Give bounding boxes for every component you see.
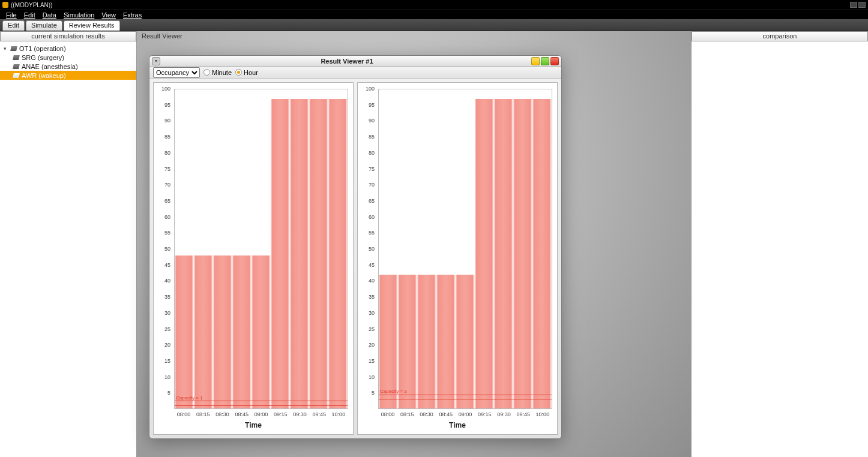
y-tick: 85	[369, 134, 375, 140]
bar	[213, 255, 232, 408]
menu-edit[interactable]: Edit	[22, 11, 38, 19]
menu-view[interactable]: View	[99, 11, 118, 19]
y-tick: 55	[369, 230, 375, 236]
x-tick: 08:00	[177, 411, 191, 417]
y-tick: 60	[164, 214, 170, 220]
app-icon	[2, 2, 8, 8]
charts-container: 5101520253035404550556065707580859095100…	[149, 79, 561, 438]
y-tick: 40	[369, 278, 375, 284]
y-tick: 25	[164, 326, 170, 332]
y-tick: 15	[369, 358, 375, 364]
y-tick: 95	[369, 102, 375, 108]
x-tick: 09:45	[516, 411, 530, 417]
result-viewer-title: Result Viewer #1	[164, 58, 530, 65]
result-viewer-titlebar[interactable]: ▾ Result Viewer #1	[149, 56, 561, 67]
maximize-button[interactable]	[858, 2, 866, 8]
y-tick: 100	[366, 86, 375, 92]
bar	[456, 275, 475, 408]
x-tick: 08:30	[215, 411, 229, 417]
y-tick: 40	[164, 278, 170, 284]
inner-maximize-button[interactable]	[541, 57, 549, 65]
y-tick: 30	[369, 310, 375, 316]
inner-close-button[interactable]	[550, 57, 559, 65]
y-tick: 65	[164, 198, 170, 204]
x-tick: 08:00	[381, 411, 395, 417]
y-tick: 50	[164, 246, 170, 252]
tab-review-results[interactable]: Review Results	[64, 20, 120, 31]
x-tick: 08:15	[196, 411, 210, 417]
bar	[194, 255, 213, 408]
left-panel: current simulation results ▾ OT1 (operat…	[0, 31, 137, 457]
radio-hour-label: Hour	[244, 69, 258, 76]
window-titlebar: ((MODYPLAN))	[0, 0, 868, 10]
result-viewer-window[interactable]: ▾ Result Viewer #1 Occupancy Minute Hour	[149, 55, 562, 439]
x-tick: 08:15	[400, 411, 414, 417]
menu-file[interactable]: File	[4, 11, 19, 19]
y-tick: 90	[164, 118, 170, 124]
menu-data[interactable]: Data	[40, 11, 59, 19]
x-tick: 08:45	[439, 411, 453, 417]
bar	[417, 275, 436, 408]
chart-left: 5101520253035404550556065707580859095100…	[153, 82, 354, 435]
left-panel-header: current simulation results	[0, 31, 136, 41]
y-tick: 90	[369, 118, 375, 124]
radio-minute[interactable]: Minute	[203, 69, 232, 76]
y-tick: 70	[369, 182, 375, 188]
tree-item-awr[interactable]: AWR (wakeup)	[0, 71, 136, 80]
tree-root[interactable]: ▾ OT1 (operation)	[0, 44, 136, 53]
tab-simulate[interactable]: Simulate	[26, 20, 62, 31]
y-tick: 15	[164, 358, 170, 364]
x-tick: 10:00	[332, 411, 346, 417]
layer-icon	[10, 46, 17, 51]
menu-extras[interactable]: Extras	[121, 11, 144, 19]
tree-item-srg[interactable]: SRG (surgery)	[0, 53, 136, 62]
y-tick: 45	[369, 262, 375, 268]
y-tick: 100	[161, 86, 170, 92]
center-panel: Result Viewer ▾ Result Viewer #1 Occupan…	[137, 31, 692, 457]
x-tick: 08:45	[235, 411, 249, 417]
radio-hour[interactable]: Hour	[235, 69, 258, 76]
capacity-label: Capacity = 3	[380, 389, 407, 394]
y-tick: 5	[167, 390, 170, 396]
y-tick: 10	[164, 374, 170, 380]
y-tick: 70	[164, 182, 170, 188]
tree-expand-icon[interactable]: ▾	[4, 46, 8, 52]
y-tick: 25	[369, 326, 375, 332]
layer-icon	[13, 55, 20, 60]
x-axis-label: Time	[154, 421, 353, 429]
results-tree[interactable]: ▾ OT1 (operation) SRG (surgery) ANAE (an…	[0, 41, 136, 80]
minimize-button[interactable]	[850, 2, 857, 8]
tree-item-label: AWR (wakeup)	[22, 72, 66, 79]
x-tick: 09:15	[478, 411, 492, 417]
y-tick: 75	[369, 166, 375, 172]
capacity-line	[379, 399, 552, 399]
bar	[252, 255, 271, 408]
metric-select[interactable]: Occupancy	[153, 67, 200, 78]
x-tick: 09:00	[255, 411, 268, 417]
bar	[271, 99, 290, 408]
bar	[309, 99, 328, 408]
window-title: ((MODYPLAN))	[11, 2, 52, 8]
bar	[290, 99, 309, 408]
menu-simulation[interactable]: Simulation	[61, 11, 97, 19]
bar	[328, 99, 348, 408]
x-tick: 09:15	[274, 411, 288, 417]
x-tick: 09:30	[293, 411, 307, 417]
x-tick: 08:30	[420, 411, 433, 417]
right-panel-header: comparison	[692, 31, 868, 41]
tree-item-anae[interactable]: ANAE (anesthesia)	[0, 62, 136, 71]
y-tick: 50	[369, 246, 375, 252]
y-tick: 35	[164, 294, 170, 300]
x-tick: 10:00	[536, 411, 550, 417]
capacity-line	[175, 405, 348, 406]
dropdown-toggle-icon[interactable]: ▾	[152, 57, 160, 65]
tab-edit[interactable]: Edit	[2, 20, 25, 31]
plot-area: Capacity = 3	[378, 89, 552, 409]
x-axis-label: Time	[358, 421, 557, 429]
bar	[532, 99, 552, 408]
bar	[436, 275, 456, 408]
inner-minimize-button[interactable]	[531, 57, 540, 65]
y-tick: 5	[372, 390, 375, 396]
x-tick: 09:45	[312, 411, 326, 417]
y-tick: 10	[369, 374, 375, 380]
